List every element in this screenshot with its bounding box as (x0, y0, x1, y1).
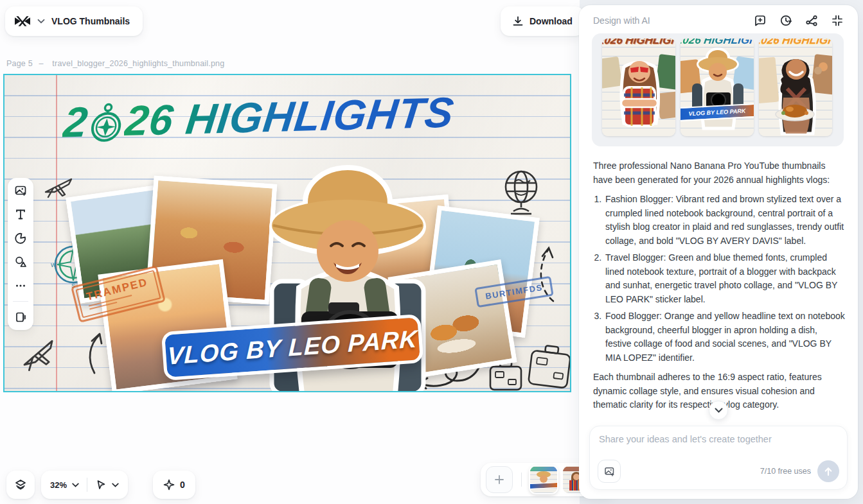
chevron-down-icon (715, 408, 723, 413)
credits-value: 0 (180, 480, 185, 490)
list-item-food: Food Blogger: Orange and yellow headline… (604, 309, 845, 365)
document-header: VLOG Thumbnails (5, 6, 143, 36)
generated-thumbnail-fashion[interactable]: 2026 HIGHLIGHTS (602, 39, 675, 136)
image-add-icon (604, 466, 615, 477)
page-filename: travel_blogger_2026_highlights_thumbnail… (52, 59, 224, 68)
page-number: Page 5 (6, 59, 33, 68)
ai-panel-title: Design with AI (593, 15, 741, 26)
plus-icon (494, 474, 504, 485)
list-item-travel: Travel Blogger: Green and blue themed fo… (604, 251, 845, 306)
ai-message: Three professional Nano Banana Pro YouTu… (593, 159, 845, 412)
airplane-doodle-top (43, 171, 76, 200)
scroll-down-button[interactable] (709, 401, 728, 420)
send-button[interactable] (817, 460, 839, 482)
page-label: Page 5 – travel_blogger_2026_highlights_… (6, 59, 224, 68)
page-thumbnail-travel[interactable] (530, 466, 557, 493)
more-tools[interactable] (14, 279, 27, 292)
download-button[interactable]: Download (501, 6, 584, 36)
cursor-chevron-icon[interactable] (112, 483, 119, 487)
ai-message-intro: Three professional Nano Banana Pro YouTu… (593, 159, 845, 187)
generated-thumbnail-travel[interactable]: 2026 HIGHLIGHTS VLOG BY LEO PARK (681, 39, 754, 136)
cursor-mode-icon[interactable] (95, 479, 107, 491)
element-toolbar (8, 178, 33, 330)
zoom-level[interactable]: 32% (50, 480, 67, 490)
chat-footer: 7/10 free uses (598, 460, 839, 483)
capcut-logo[interactable] (14, 15, 31, 27)
shape-tool[interactable] (14, 232, 27, 245)
document-title: VLOG Thumbnails (51, 16, 130, 26)
credits-counter[interactable]: 0 (153, 471, 195, 499)
chat-input[interactable] (599, 434, 838, 449)
up-arrow-icon (824, 467, 833, 476)
canvas-headline: 2 26 HIGHLIGHTS (61, 85, 529, 146)
new-chat-icon[interactable] (754, 14, 767, 27)
usage-counter: 7/10 free uses (760, 467, 811, 476)
strip-divider (521, 473, 522, 487)
layers-icon (14, 478, 27, 491)
ai-panel-header: Design with AI (579, 5, 858, 36)
svg-text:W: W (51, 262, 57, 268)
airplane-doodle-bottom (15, 330, 65, 375)
history-icon[interactable] (779, 14, 792, 27)
design-canvas[interactable]: 2 26 HIGHLIGHTS (3, 74, 571, 392)
attach-image-button[interactable] (598, 460, 621, 483)
add-page-button[interactable] (486, 466, 513, 493)
design-with-ai-panel: Design with AI 2026 HIGHLIGHTS (579, 5, 858, 499)
page-dash: – (39, 59, 44, 68)
collapse-panel-icon[interactable] (831, 14, 844, 27)
zoom-chevron-icon[interactable] (72, 483, 79, 487)
ai-message-list: Fashion Blogger: Vibrant red and brown s… (593, 193, 845, 365)
add-image-tool[interactable] (14, 184, 27, 197)
chat-input-card: 7/10 free uses (589, 426, 848, 490)
sticker-tool[interactable] (14, 256, 27, 268)
generated-thumbnail-food[interactable]: 2026 HIGHLIGHTS (759, 39, 832, 136)
share-icon[interactable] (805, 14, 818, 27)
download-icon (512, 15, 524, 27)
globe-stand-doodle (501, 169, 542, 218)
panel-toggle-tool[interactable] (14, 311, 27, 324)
generated-thumbnails-card: 2026 HIGHLIGHTS 2026 HIGHLIGHTS (592, 33, 844, 146)
list-item-fashion: Fashion Blogger: Vibrant red and brown s… (604, 193, 845, 248)
compass-icon (86, 101, 127, 143)
sparkle-icon (163, 479, 175, 491)
layers-button[interactable] (6, 471, 35, 499)
toolbar-divider (13, 301, 28, 302)
zoom-controls: 32% (41, 471, 128, 499)
zoom-divider (87, 478, 87, 492)
chevron-down-icon[interactable] (37, 19, 45, 24)
canvas-workspace: VLOG Thumbnails Download Page 5 – travel… (0, 0, 580, 504)
text-tool[interactable] (14, 208, 27, 221)
